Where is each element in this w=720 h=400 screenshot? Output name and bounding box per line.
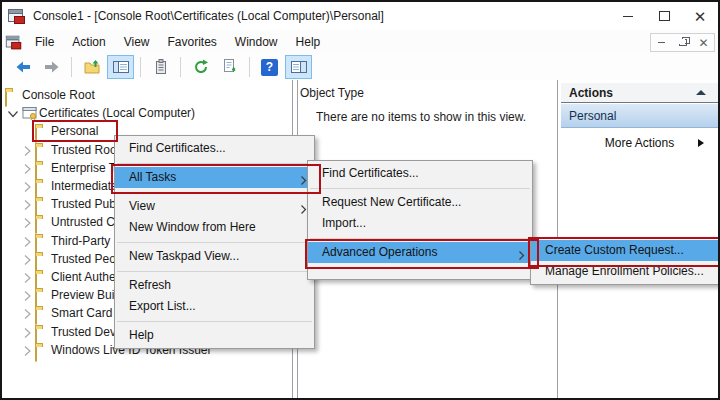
- menu-action[interactable]: Action: [63, 32, 114, 52]
- chevron-right-icon[interactable]: [22, 253, 34, 265]
- chevron-right-icon[interactable]: [22, 180, 34, 192]
- manage-enrollment-policies-menu-item[interactable]: Manage Enrollment Policies...: [531, 261, 718, 282]
- chevron-right-icon[interactable]: [22, 216, 34, 228]
- close-icon: ✕: [694, 9, 707, 24]
- child-window-controls: ✕: [650, 33, 715, 52]
- forward-button[interactable]: [38, 55, 65, 79]
- help-button[interactable]: ?: [256, 55, 283, 79]
- mmc-app-icon: [8, 9, 25, 24]
- tree-item-certificates-local-computer[interactable]: Certificates (Local Computer): [2, 104, 292, 122]
- chevron-right-icon[interactable]: [22, 344, 34, 356]
- child-close-icon: ✕: [698, 37, 708, 49]
- menu-item-label: Manage Enrollment Policies...: [545, 264, 704, 278]
- refresh-menu-item[interactable]: Refresh: [115, 275, 314, 296]
- child-minimize-icon: [658, 42, 665, 43]
- menu-item-label: New Window from Here: [129, 220, 256, 234]
- tree-item-label: Certificates (Local Computer): [39, 104, 195, 122]
- up-one-level-icon: [83, 58, 101, 76]
- close-button[interactable]: ✕: [682, 3, 718, 29]
- chevron-right-icon[interactable]: [22, 271, 34, 283]
- actions-section-personal[interactable]: Personal: [561, 104, 718, 128]
- actions-pane-title: Actions: [561, 83, 718, 103]
- export-list-menu-item[interactable]: Export List...: [115, 296, 314, 317]
- tree-item-console-root[interactable]: Console Root: [2, 86, 292, 104]
- menu-item-label: View: [129, 199, 155, 213]
- maximize-button[interactable]: [646, 3, 682, 29]
- import-menu-item[interactable]: Import...: [308, 213, 532, 234]
- mmc-child-icon: [6, 35, 21, 49]
- find-certificates-menu-item[interactable]: Find Certificates...: [308, 163, 532, 184]
- all-tasks-menu-item[interactable]: All Tasks: [115, 167, 314, 188]
- menu-window[interactable]: Window: [226, 32, 287, 52]
- menu-separator: [117, 321, 312, 322]
- child-minimize-button[interactable]: [651, 34, 672, 51]
- menu-item-label: All Tasks: [129, 170, 176, 184]
- more-actions-item[interactable]: More Actions: [561, 134, 718, 152]
- chevron-right-icon[interactable]: [22, 198, 34, 210]
- show-hide-console-tree-icon: [112, 58, 130, 76]
- submenu-arrow-icon: [518, 247, 525, 268]
- menu-separator: [117, 242, 312, 243]
- menu-item-label: Advanced Operations: [322, 245, 437, 259]
- actions-section-label: Personal: [569, 109, 616, 123]
- context-menu: Find Certificates...All TasksViewNew Win…: [114, 135, 315, 349]
- create-custom-request-menu-item[interactable]: Create Custom Request...: [531, 240, 718, 261]
- refresh-icon: [192, 58, 210, 76]
- menu-view[interactable]: View: [115, 32, 159, 52]
- chevron-right-icon[interactable]: [22, 289, 34, 301]
- minimize-icon: [623, 16, 633, 17]
- properties-icon: [152, 58, 170, 76]
- minimize-button[interactable]: [610, 3, 646, 29]
- advanced-operations-menu-item[interactable]: Advanced Operations: [308, 242, 532, 263]
- export-list-icon: [221, 58, 239, 76]
- view-menu-item[interactable]: View: [115, 196, 314, 217]
- advanced-operations-submenu: Create Custom Request...Manage Enrollmen…: [530, 237, 719, 285]
- all-tasks-submenu: Find Certificates...Request New Certific…: [307, 160, 533, 280]
- child-restore-icon: [679, 39, 687, 46]
- menu-help[interactable]: Help: [287, 32, 330, 52]
- chevron-right-icon[interactable]: [22, 235, 34, 247]
- menu-separator: [117, 271, 312, 272]
- menu-item-label: Export List...: [129, 299, 196, 313]
- chevron-down-icon[interactable]: [7, 107, 19, 119]
- menu-file[interactable]: File: [26, 32, 63, 52]
- up-one-level-button[interactable]: [78, 55, 105, 79]
- menu-item-label: Help: [129, 328, 154, 342]
- help-menu-item[interactable]: Help: [115, 325, 314, 346]
- properties-button[interactable]: [147, 55, 174, 79]
- toolbar-separator: [180, 57, 181, 77]
- chevron-right-icon[interactable]: [22, 307, 34, 319]
- child-restore-button[interactable]: [672, 34, 693, 51]
- show-hide-action-pane-button[interactable]: [285, 55, 312, 79]
- menu-item-label: Find Certificates...: [322, 166, 419, 180]
- export-list-button[interactable]: [216, 55, 243, 79]
- find-certificates-menu-item[interactable]: Find Certificates...: [115, 138, 314, 159]
- menu-favorites[interactable]: Favorites: [159, 32, 226, 52]
- menu-item-label: Refresh: [129, 278, 171, 292]
- toolbar-separator: [71, 57, 72, 77]
- chevron-right-icon[interactable]: [22, 326, 34, 338]
- chevron-right-icon[interactable]: [22, 144, 34, 156]
- new-taskpad-view-menu-item[interactable]: New Taskpad View...: [115, 246, 314, 267]
- toolbar: ?: [2, 54, 718, 81]
- chevron-right-icon[interactable]: [22, 162, 34, 174]
- title-bar: Console1 - [Console Root\Certificates (L…: [2, 2, 718, 30]
- column-header-object-type[interactable]: Object Type: [300, 86, 364, 100]
- menu-item-label: Find Certificates...: [129, 141, 226, 155]
- collapse-section-icon[interactable]: [696, 90, 706, 95]
- tree-item-label: Personal: [51, 122, 98, 140]
- request-new-certificate-menu-item[interactable]: Request New Certificate...: [308, 192, 532, 213]
- menu-separator: [117, 192, 312, 193]
- empty-view-message: There are no items to show in this view.: [316, 110, 526, 124]
- refresh-button[interactable]: [187, 55, 214, 79]
- forward-icon: [43, 58, 61, 76]
- mmc-window: Console1 - [Console Root\Certificates (L…: [0, 0, 720, 400]
- menu-separator: [117, 163, 312, 164]
- new-window-from-here-menu-item[interactable]: New Window from Here: [115, 217, 314, 238]
- show-hide-console-tree-button[interactable]: [107, 55, 134, 79]
- child-close-button[interactable]: ✕: [693, 34, 714, 51]
- menu-item-label: Create Custom Request...: [545, 243, 684, 257]
- toolbar-separator: [140, 57, 141, 77]
- back-button[interactable]: [9, 55, 36, 79]
- more-actions-label: More Actions: [605, 136, 674, 150]
